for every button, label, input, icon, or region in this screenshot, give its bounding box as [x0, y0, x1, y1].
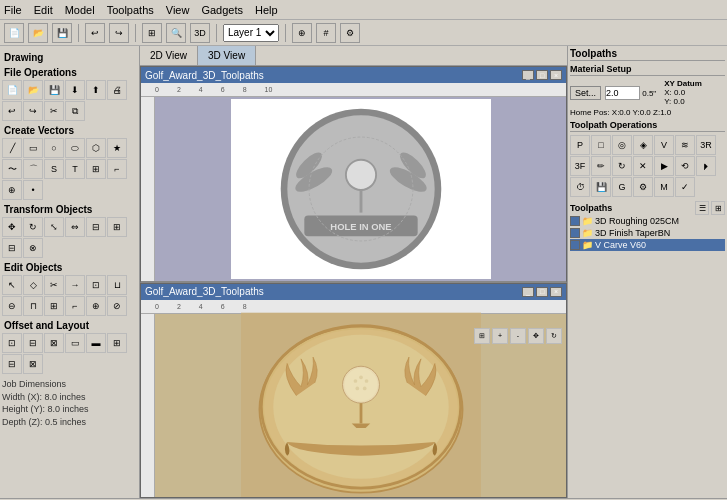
fo-new[interactable]: 📄: [2, 80, 22, 100]
tp-verify[interactable]: ✓: [675, 177, 695, 197]
fo-save[interactable]: 💾: [44, 80, 64, 100]
menu-gadgets[interactable]: Gadgets: [201, 4, 243, 16]
eo-intersect[interactable]: ⊓: [23, 296, 43, 316]
cv-spline[interactable]: S: [44, 159, 64, 179]
tp-list-expand[interactable]: ⊞: [711, 201, 725, 215]
top-drawing-area[interactable]: HOLE IN ONE: [155, 97, 566, 281]
toolbar-zoom-extents[interactable]: ⊞: [142, 23, 162, 43]
fo-import[interactable]: ⬇: [65, 80, 85, 100]
tp-edit[interactable]: ✏: [591, 156, 611, 176]
tp-drill[interactable]: ◎: [612, 135, 632, 155]
eo-array[interactable]: ⊞: [44, 296, 64, 316]
tp-list-options[interactable]: ☰: [695, 201, 709, 215]
tr-align[interactable]: ⊟: [86, 217, 106, 237]
cv-rect[interactable]: ▭: [23, 138, 43, 158]
tp-delete[interactable]: ✕: [633, 156, 653, 176]
tr-rotate[interactable]: ↻: [23, 217, 43, 237]
tp-profile[interactable]: P: [570, 135, 590, 155]
eo-node[interactable]: ◇: [23, 275, 43, 295]
ol-tab[interactable]: ⊠: [44, 333, 64, 353]
menu-view[interactable]: View: [166, 4, 190, 16]
tp-checkbox-finish[interactable]: [570, 228, 580, 238]
bottom-window-minimize[interactable]: _: [522, 287, 534, 297]
tp-3d-finish[interactable]: 3F: [570, 156, 590, 176]
tp-save-toolpath[interactable]: 💾: [591, 177, 611, 197]
cv-fillet[interactable]: ⌐: [107, 159, 127, 179]
toolbar-undo[interactable]: ↩: [85, 23, 105, 43]
tr-scale[interactable]: ⤡: [44, 217, 64, 237]
eo-extend[interactable]: →: [65, 275, 85, 295]
tr-mirror[interactable]: ⇔: [65, 217, 85, 237]
3d-rotate[interactable]: ↻: [546, 328, 562, 344]
tp-material[interactable]: M: [654, 177, 674, 197]
ol-sheet[interactable]: ▭: [65, 333, 85, 353]
set-button[interactable]: Set...: [570, 86, 601, 100]
cv-bitmap[interactable]: ⊞: [86, 159, 106, 179]
cv-bezier[interactable]: 〜: [2, 159, 22, 179]
thickness-input[interactable]: [605, 86, 640, 100]
fo-export[interactable]: ⬆: [86, 80, 106, 100]
eo-fillet[interactable]: ⌐: [65, 296, 85, 316]
menu-toolpaths[interactable]: Toolpaths: [107, 4, 154, 16]
toolbar-grid[interactable]: #: [316, 23, 336, 43]
top-window-maximize[interactable]: □: [536, 70, 548, 80]
toolbar-open[interactable]: 📂: [28, 23, 48, 43]
tp-inlay[interactable]: ◈: [633, 135, 653, 155]
tr-weld[interactable]: ⊗: [23, 238, 43, 258]
fo-print[interactable]: 🖨: [107, 80, 127, 100]
tp-texture[interactable]: ≋: [675, 135, 695, 155]
fo-redo[interactable]: ↪: [23, 101, 43, 121]
top-window-minimize[interactable]: _: [522, 70, 534, 80]
cv-ellipse[interactable]: ⬭: [65, 138, 85, 158]
eo-break[interactable]: ⊘: [107, 296, 127, 316]
eo-join[interactable]: ⊕: [86, 296, 106, 316]
tp-item-roughing[interactable]: 📁 3D Roughing 025CM: [570, 215, 725, 227]
tp-checkbox-vcarve[interactable]: [570, 240, 580, 250]
ol-distribute[interactable]: ⊠: [23, 354, 43, 374]
cv-polygon[interactable]: ⬡: [86, 138, 106, 158]
tr-array[interactable]: ⊟: [2, 238, 22, 258]
tp-options[interactable]: ⚙: [633, 177, 653, 197]
eo-trim[interactable]: ✂: [44, 275, 64, 295]
cv-join[interactable]: ⊕: [2, 180, 22, 200]
toolbar-redo[interactable]: ↪: [109, 23, 129, 43]
toolbar-snap[interactable]: ⊕: [292, 23, 312, 43]
tp-recalc[interactable]: ↻: [612, 156, 632, 176]
bottom-window-close[interactable]: ×: [550, 287, 562, 297]
menu-edit[interactable]: Edit: [34, 4, 53, 16]
toolbar-zoom-in[interactable]: 🔍: [166, 23, 186, 43]
tp-post[interactable]: G: [612, 177, 632, 197]
fo-open[interactable]: 📂: [23, 80, 43, 100]
bottom-3d-area[interactable]: ⊞ + - ✥ ↻: [155, 314, 566, 498]
fo-copy[interactable]: ⧉: [65, 101, 85, 121]
tr-group[interactable]: ⊞: [107, 217, 127, 237]
tp-vcarve[interactable]: V: [654, 135, 674, 155]
cv-line[interactable]: ╱: [2, 138, 22, 158]
cv-arc[interactable]: ⌒: [23, 159, 43, 179]
top-window-close[interactable]: ×: [550, 70, 562, 80]
eo-select[interactable]: ↖: [2, 275, 22, 295]
tp-time[interactable]: ⏱: [570, 177, 590, 197]
cv-circle[interactable]: ○: [44, 138, 64, 158]
tp-preview[interactable]: ▶: [654, 156, 674, 176]
cv-node[interactable]: •: [23, 180, 43, 200]
ol-panel[interactable]: ▬: [86, 333, 106, 353]
ol-array[interactable]: ⊞: [107, 333, 127, 353]
3d-zoom-out[interactable]: -: [510, 328, 526, 344]
bottom-window-maximize[interactable]: □: [536, 287, 548, 297]
tp-item-vcarve[interactable]: 📁 V Carve V60: [570, 239, 725, 251]
tp-reset[interactable]: ⟲: [675, 156, 695, 176]
tr-move[interactable]: ✥: [2, 217, 22, 237]
tab-2d-view[interactable]: 2D View: [140, 46, 198, 65]
eo-union[interactable]: ⊔: [107, 275, 127, 295]
eo-offset[interactable]: ⊡: [86, 275, 106, 295]
3d-zoom-extents[interactable]: ⊞: [474, 328, 490, 344]
toolbar-new[interactable]: 📄: [4, 23, 24, 43]
tp-animate[interactable]: ⏵: [696, 156, 716, 176]
ol-nest[interactable]: ⊟: [23, 333, 43, 353]
tab-3d-view[interactable]: 3D View: [198, 46, 256, 65]
toolbar-3d[interactable]: 3D: [190, 23, 210, 43]
ol-offset[interactable]: ⊡: [2, 333, 22, 353]
3d-pan[interactable]: ✥: [528, 328, 544, 344]
menu-model[interactable]: Model: [65, 4, 95, 16]
